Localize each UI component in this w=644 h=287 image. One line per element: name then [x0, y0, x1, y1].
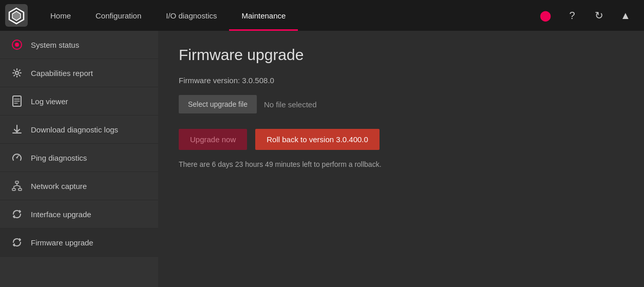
nav-home[interactable]: Home — [38, 0, 83, 31]
svg-point-7 — [16, 157, 18, 159]
nav-links: Home Configuration I/O diagnostics Maint… — [38, 0, 527, 31]
sidebar-label-log-viewer: Log viewer — [31, 97, 68, 106]
firmware-version-text: Firmware version: 3.0.508.0 — [179, 76, 623, 85]
sidebar-label-ping-diagnostics: Ping diagnostics — [31, 154, 87, 162]
main-content: Firmware upgrade Firmware version: 3.0.5… — [158, 31, 644, 287]
svg-point-5 — [15, 71, 18, 74]
speedometer-icon — [10, 151, 24, 164]
refresh-nav-icon[interactable]: ↻ — [591, 7, 607, 24]
sidebar-item-system-status[interactable]: System status — [0, 31, 158, 59]
rollback-info-text: There are 6 days 23 hours 49 minutes lef… — [179, 160, 623, 168]
layout: System status Capabilities report Log vi… — [0, 31, 644, 287]
sidebar-item-download-diagnostic-logs[interactable]: Download diagnostic logs — [0, 116, 158, 144]
select-upgrade-file-button[interactable]: Select upgrade file — [179, 95, 257, 113]
user-icon[interactable]: ▲ — [617, 7, 634, 24]
sidebar-label-firmware-upgrade: Firmware upgrade — [31, 238, 93, 247]
sidebar-label-capabilities: Capabilities report — [31, 69, 93, 78]
firmware-sync-icon — [10, 236, 24, 249]
rollback-button[interactable]: Roll back to version 3.0.400.0 — [255, 129, 380, 150]
svg-marker-2 — [12, 11, 21, 21]
question-icon[interactable]: ? — [564, 7, 580, 24]
sidebar-item-ping-diagnostics[interactable]: Ping diagnostics — [0, 144, 158, 172]
sidebar-item-interface-upgrade[interactable]: Interface upgrade — [0, 200, 158, 228]
nav-maintenance[interactable]: Maintenance — [229, 0, 298, 31]
nav-configuration[interactable]: Configuration — [83, 0, 154, 31]
upgrade-now-button[interactable]: Upgrade now — [179, 129, 247, 150]
file-icon — [10, 94, 24, 108]
top-nav: Home Configuration I/O diagnostics Maint… — [0, 0, 644, 31]
nav-io-diagnostics[interactable]: I/O diagnostics — [154, 0, 229, 31]
sidebar-label-interface-upgrade: Interface upgrade — [31, 210, 91, 219]
sidebar-label-system-status: System status — [31, 41, 79, 49]
logo-icon[interactable] — [5, 4, 28, 27]
nav-icons: ⬤ ? ↻ ▲ — [527, 7, 644, 24]
action-row: Upgrade now Roll back to version 3.0.400… — [179, 129, 623, 150]
svg-point-4 — [15, 43, 19, 47]
sidebar-item-firmware-upgrade[interactable]: Firmware upgrade — [0, 228, 158, 257]
file-select-row: Select upgrade file No file selected — [179, 95, 623, 113]
no-file-selected-text: No file selected — [264, 100, 317, 109]
sidebar-label-network-capture: Network capture — [31, 182, 87, 190]
alert-icon[interactable]: ⬤ — [537, 7, 554, 24]
shield-icon — [10, 38, 24, 51]
sidebar-item-log-viewer[interactable]: Log viewer — [0, 87, 158, 116]
sync-icon — [10, 207, 24, 221]
gear-icon — [10, 66, 24, 80]
network-icon — [10, 179, 24, 193]
download-icon — [10, 123, 24, 136]
page-title: Firmware upgrade — [179, 46, 623, 64]
sidebar: System status Capabilities report Log vi… — [0, 31, 158, 287]
sidebar-label-download-logs: Download diagnostic logs — [31, 125, 118, 134]
sidebar-item-capabilities-report[interactable]: Capabilities report — [0, 59, 158, 87]
sidebar-item-network-capture[interactable]: Network capture — [0, 172, 158, 200]
